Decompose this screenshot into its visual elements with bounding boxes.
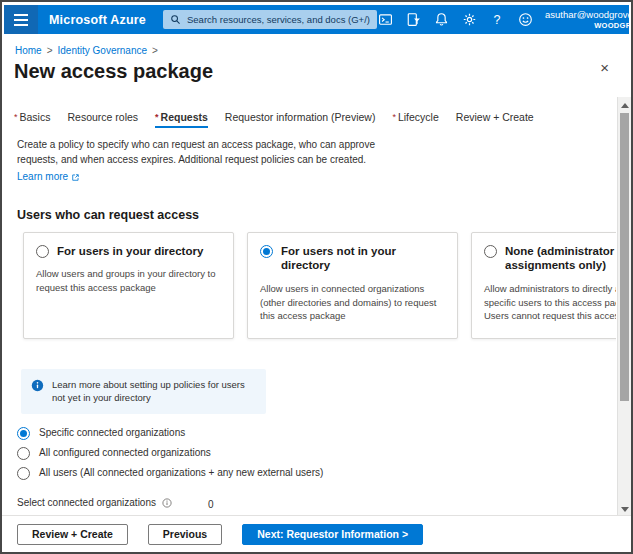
breadcrumb-separator: > [47, 45, 53, 56]
settings-gear-icon[interactable] [461, 12, 477, 28]
radio-button[interactable] [17, 447, 30, 460]
org-scope-options: Specific connected organizations All con… [17, 426, 616, 480]
breadcrumb-home[interactable]: Home [15, 45, 42, 56]
scroll-up-arrow-icon[interactable] [621, 103, 629, 108]
scrollbar-thumb[interactable] [620, 113, 629, 401]
tab-lifecycle[interactable]: *Lifecycle [392, 111, 438, 128]
help-icon[interactable]: ? [489, 12, 505, 28]
option-label: Specific connected organizations [39, 426, 185, 440]
external-link-icon [71, 173, 80, 182]
info-tooltip-icon[interactable] [162, 498, 172, 508]
card-description: Allow users in connected organizations (… [260, 282, 445, 322]
brand-title[interactable]: Microsoft Azure [49, 13, 146, 27]
cloud-shell-icon[interactable] [377, 12, 393, 28]
tab-requests[interactable]: *Requests [155, 111, 208, 128]
learn-more-link[interactable]: Learn more [17, 170, 80, 185]
vertical-scrollbar[interactable] [617, 97, 631, 518]
option-all-users[interactable]: All users (All connected organizations +… [17, 466, 616, 480]
request-access-cards: For users in your directory Allow users … [23, 232, 616, 339]
breadcrumb-identity-governance[interactable]: Identity Governance [58, 45, 148, 56]
previous-button[interactable]: Previous [148, 524, 222, 545]
card-title: For users not in your directory [281, 244, 445, 274]
user-directory: WOODGROVE [545, 21, 633, 30]
info-banner: Learn more about setting up policies for… [21, 369, 266, 415]
required-asterisk: * [14, 112, 18, 122]
option-label: All configured connected organizations [39, 446, 211, 460]
selected-count-value: 0 [208, 497, 245, 512]
breadcrumb-separator: > [152, 45, 158, 56]
feedback-smiley-icon[interactable] [517, 12, 533, 28]
selected-count: 0 selected [208, 497, 245, 515]
wizard-tabs: *Basics Resource roles *Requests Request… [14, 111, 616, 128]
card-title: For users in your directory [57, 244, 203, 259]
footer-bar: Review + Create Previous Next: Requestor… [2, 515, 631, 552]
option-specific-connected-orgs[interactable]: Specific connected organizations [17, 426, 616, 440]
required-asterisk: * [392, 112, 396, 122]
radio-button[interactable] [17, 467, 30, 480]
review-create-button[interactable]: Review + Create [17, 524, 128, 545]
global-search[interactable] [163, 10, 377, 29]
topbar-icons: ? [377, 12, 533, 28]
tab-basics[interactable]: *Basics [14, 111, 50, 128]
radio-button[interactable] [36, 245, 49, 258]
close-icon[interactable]: × [600, 60, 609, 75]
card-none-admin-direct[interactable]: None (administrator direct assignments o… [471, 232, 616, 339]
search-icon [170, 14, 181, 25]
option-label: All users (All connected organizations +… [39, 466, 323, 480]
content-area: *Basics Resource roles *Requests Request… [2, 97, 616, 515]
tab-requestor-information[interactable]: Requestor information (Preview) [225, 111, 376, 128]
info-banner-text: Learn more about setting up policies for… [52, 378, 256, 406]
tab-resource-roles[interactable]: Resource roles [67, 111, 138, 128]
policy-description: Create a policy to specify who can reque… [17, 138, 417, 185]
card-title: None (administrator direct assignments o… [505, 244, 616, 274]
scroll-down-arrow-icon[interactable] [621, 507, 629, 512]
info-icon [31, 379, 44, 392]
section-heading: Users who can request access [17, 208, 616, 222]
select-connected-orgs-label: Select connected organizations [17, 497, 156, 508]
top-bar: Microsoft Azure ? asuthar@woodgrov [4, 5, 629, 34]
card-description: Allow administrators to directly assign … [484, 282, 616, 322]
page-title: New access package [14, 60, 213, 83]
option-all-configured-connected-orgs[interactable]: All configured connected organizations [17, 446, 616, 460]
radio-button[interactable] [484, 245, 497, 258]
radio-button[interactable] [17, 427, 30, 440]
radio-button[interactable] [260, 245, 273, 258]
search-input[interactable] [187, 14, 370, 25]
user-email: asuthar@woodgrove.ms [545, 9, 633, 20]
tab-review-create[interactable]: Review + Create [456, 111, 534, 128]
next-requestor-information-button[interactable]: Next: Requestor Information > [242, 524, 423, 545]
notifications-bell-icon[interactable] [433, 12, 449, 28]
card-users-in-directory[interactable]: For users in your directory Allow users … [23, 232, 234, 339]
required-asterisk: * [155, 112, 159, 122]
azure-portal-window: Microsoft Azure ? asuthar@woodgrov [0, 0, 633, 554]
select-connected-orgs-row: Select connected organizations 0 selecte… [17, 497, 616, 515]
menu-icon[interactable] [4, 5, 38, 34]
directory-filter-icon[interactable] [405, 12, 421, 28]
breadcrumb: Home > Identity Governance > [15, 45, 158, 56]
card-description: Allow users and groups in your directory… [36, 267, 221, 294]
card-users-not-in-directory[interactable]: For users not in your directory Allow us… [247, 232, 458, 339]
account-menu[interactable]: asuthar@woodgrove.ms WOODGROVE [545, 9, 633, 29]
